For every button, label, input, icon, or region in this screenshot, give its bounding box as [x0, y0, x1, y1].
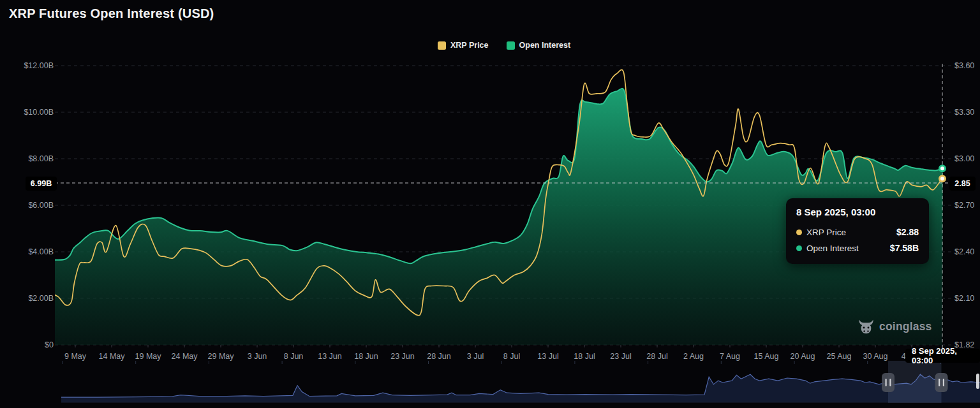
- y-axis-right-label: $2.70: [954, 200, 974, 210]
- y-axis-left-label: $2.00B: [0, 293, 54, 303]
- y-axis-left-label: $4.00B: [0, 247, 54, 257]
- y-axis-right-label: $3.60: [954, 61, 974, 71]
- y-axis-right-label: $2.10: [954, 293, 974, 303]
- tooltip-row-xrp-price: XRP Price $2.88: [796, 224, 919, 240]
- y-axis-left-label: $0: [0, 340, 54, 350]
- navigator-handle-left[interactable]: [882, 373, 895, 392]
- tooltip-value-xrp-price: $2.88: [896, 224, 919, 240]
- xrp-price-dot-icon: [796, 229, 802, 235]
- crosshair-left-value-pill: 6.99B: [26, 177, 57, 191]
- chart-root: XRP Futures Open Interest (USD) XRP Pric…: [0, 0, 980, 408]
- crosshair-right-value-pill: 2.85: [949, 177, 976, 191]
- navigator-window[interactable]: [888, 361, 942, 403]
- scrollbar-thumb[interactable]: [976, 374, 979, 389]
- y-axis-right-label: $3.00: [954, 154, 974, 164]
- tooltip-value-open-interest: $7.58B: [890, 240, 919, 256]
- y-axis-left-label: $10.00B: [0, 107, 54, 117]
- y-axis-right-label: $3.30: [954, 107, 974, 117]
- tooltip: 8 Sep 2025, 03:00 XRP Price $2.88 Open I…: [786, 198, 929, 264]
- y-axis-right-label: $2.40: [954, 247, 974, 257]
- navigator-handle-right[interactable]: [935, 373, 948, 392]
- coinglass-bull-icon: [858, 319, 874, 335]
- tooltip-date: 8 Sep 2025, 03:00: [796, 207, 919, 217]
- tooltip-label-open-interest: Open Interest: [806, 240, 859, 256]
- y-axis-left-label: $8.00B: [0, 154, 54, 164]
- crosshair-date-pill: 8 Sep 2025, 03:00: [905, 349, 980, 363]
- coinglass-wordmark: coinglass: [879, 320, 932, 333]
- coinglass-watermark: coinglass: [858, 319, 932, 335]
- tooltip-row-open-interest: Open Interest $7.58B: [796, 240, 919, 256]
- y-axis-left-label: $6.00B: [0, 200, 54, 210]
- open-interest-dot-icon: [796, 245, 802, 251]
- tooltip-label-xrp-price: XRP Price: [806, 224, 846, 240]
- y-axis-left-label: $12.00B: [0, 61, 54, 71]
